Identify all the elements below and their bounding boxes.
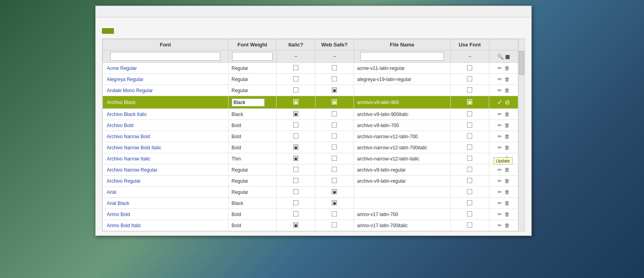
italic-checkbox[interactable] bbox=[293, 76, 298, 81]
edit-button[interactable]: ✏ bbox=[497, 200, 502, 207]
font-name-link[interactable]: Archivo Narrow Bold bbox=[107, 134, 150, 139]
scrollbar[interactable] bbox=[518, 39, 525, 231]
usefont-checkbox[interactable] bbox=[467, 222, 472, 228]
table-row[interactable]: Archivo BoldBoldarchivo-v9-latin-700 ✏ 🗑 bbox=[103, 120, 518, 131]
edit-button[interactable]: ✏ bbox=[497, 122, 502, 129]
edit-button[interactable]: ✏ bbox=[497, 144, 502, 151]
websafe-checkbox[interactable] bbox=[332, 211, 337, 216]
search-icon[interactable]: 🔍 bbox=[497, 54, 504, 60]
font-name-link[interactable]: Archivo Black bbox=[107, 100, 136, 105]
delete-button[interactable]: 🗑 bbox=[504, 200, 510, 207]
confirm-button[interactable]: ✓ bbox=[497, 98, 503, 106]
usefont-filter-icon[interactable]: − bbox=[468, 53, 471, 60]
font-name-link[interactable]: Andale Mono Regular bbox=[107, 88, 153, 93]
search-filename-input[interactable] bbox=[360, 52, 444, 61]
table-row[interactable]: Arial BlackBlack■ ✏ 🗑 bbox=[103, 198, 518, 209]
font-name-link[interactable]: Archivo Bold bbox=[107, 123, 133, 128]
filter-icon[interactable]: ▦ bbox=[505, 54, 510, 60]
delete-button[interactable]: 🗑 bbox=[504, 76, 510, 83]
delete-button[interactable]: 🗑 bbox=[504, 222, 510, 229]
edit-button[interactable]: ✏ bbox=[497, 87, 502, 94]
italic-filter-icon[interactable]: − bbox=[294, 53, 297, 60]
font-name-link[interactable]: Arial Black bbox=[107, 201, 129, 206]
italic-checkbox[interactable] bbox=[293, 200, 298, 205]
table-row[interactable]: Archivo Narrow RegularRegulararchivo-v9-… bbox=[103, 164, 518, 176]
search-font-input[interactable] bbox=[110, 52, 220, 61]
table-row[interactable]: Andale Mono RegularRegular■ ✏ 🗑 bbox=[103, 85, 518, 96]
usefont-checkbox[interactable] bbox=[467, 133, 472, 139]
table-row[interactable]: Archivo Narrow ItalicThin■archivo-narrow… bbox=[103, 153, 518, 164]
font-name-link[interactable]: Alegreya Regular bbox=[107, 77, 144, 82]
websafe-checkbox[interactable] bbox=[332, 156, 337, 161]
usefont-checkbox[interactable] bbox=[467, 111, 472, 116]
delete-button[interactable]: 🗑 bbox=[504, 122, 510, 129]
usefont-checkbox[interactable]: ■ bbox=[467, 99, 472, 104]
italic-checkbox[interactable] bbox=[293, 189, 298, 194]
font-name-link[interactable]: Archivo Narrow Regular bbox=[107, 167, 157, 173]
usefont-checkbox[interactable] bbox=[467, 200, 472, 205]
edit-button[interactable]: ✏ bbox=[497, 189, 502, 195]
usefont-checkbox[interactable] bbox=[467, 87, 472, 93]
edit-button[interactable]: ✏ bbox=[497, 211, 502, 218]
edit-button[interactable]: ✏ bbox=[497, 133, 502, 140]
usefont-checkbox[interactable] bbox=[467, 65, 472, 70]
table-row[interactable]: Alegreya RegularRegularalegreya-v19-lati… bbox=[103, 74, 518, 85]
italic-checkbox[interactable] bbox=[293, 133, 298, 139]
italic-checkbox[interactable] bbox=[293, 87, 298, 93]
font-name-link[interactable]: Arimo Bold bbox=[107, 212, 130, 217]
delete-button[interactable]: 🗑 bbox=[504, 111, 510, 118]
delete-button[interactable]: 🗑 bbox=[504, 144, 510, 151]
italic-checkbox[interactable]: ■ bbox=[293, 222, 298, 228]
usefont-checkbox[interactable] bbox=[467, 76, 472, 81]
table-row[interactable]: Acme RegularRegularacme-v11-latin-regula… bbox=[103, 63, 518, 74]
close-button[interactable] bbox=[521, 8, 527, 15]
websafe-checkbox[interactable] bbox=[332, 133, 337, 139]
font-name-link[interactable]: Archivo Narrow Bold Italic bbox=[107, 145, 161, 151]
websafe-checkbox[interactable] bbox=[332, 178, 337, 183]
italic-checkbox[interactable] bbox=[293, 65, 298, 70]
websafe-checkbox[interactable] bbox=[332, 65, 337, 70]
delete-button[interactable]: 🗑 bbox=[504, 133, 510, 140]
font-name-link[interactable]: Arimo Bold Italic bbox=[107, 223, 141, 228]
table-row[interactable]: Archivo Narrow BoldBoldarchivo-narrow-v1… bbox=[103, 131, 518, 142]
websafe-checkbox[interactable]: ■ bbox=[332, 87, 337, 93]
websafe-checkbox[interactable]: ■ bbox=[332, 99, 337, 104]
restore-button[interactable] bbox=[512, 8, 519, 15]
create-new-font-button[interactable] bbox=[102, 28, 114, 34]
font-name-link[interactable]: Archivo Regular bbox=[107, 178, 140, 184]
font-name-link[interactable]: Arial bbox=[107, 189, 116, 195]
websafe-checkbox[interactable] bbox=[332, 222, 337, 228]
usefont-checkbox[interactable] bbox=[467, 145, 472, 150]
table-row[interactable]: Archivo Black■■archivo-v9-latin-900■ ✓ ⊘ bbox=[103, 96, 518, 109]
scroll-thumb[interactable] bbox=[519, 51, 524, 75]
table-row[interactable]: Archivo Black ItalicBlack■archivo-v9-lat… bbox=[103, 109, 518, 120]
cancel-update-button[interactable]: ⊘ bbox=[504, 98, 510, 106]
table-row[interactable]: Archivo RegularRegulararchivo-v9-latin-r… bbox=[103, 176, 518, 187]
delete-button[interactable]: 🗑 bbox=[504, 178, 510, 184]
websafe-checkbox[interactable] bbox=[332, 145, 337, 150]
italic-checkbox[interactable] bbox=[293, 167, 298, 172]
italic-checkbox[interactable] bbox=[293, 122, 298, 127]
websafe-checkbox[interactable] bbox=[332, 122, 337, 127]
table-row[interactable]: Arimo BoldBoldarimo-v17-latin-700 ✏ 🗑 bbox=[103, 209, 518, 220]
table-row[interactable]: ArialRegular■ ✏ 🗑 bbox=[103, 187, 518, 198]
font-name-link[interactable]: Archivo Narrow Italic bbox=[107, 156, 150, 162]
usefont-checkbox[interactable] bbox=[467, 211, 472, 216]
italic-checkbox[interactable] bbox=[293, 211, 298, 216]
delete-button[interactable]: 🗑 bbox=[504, 189, 510, 195]
edit-button[interactable]: ✏ bbox=[497, 178, 502, 184]
font-name-link[interactable]: Archivo Black Italic bbox=[107, 112, 147, 117]
edit-button[interactable]: ✏ bbox=[497, 222, 502, 229]
search-weight-input[interactable] bbox=[232, 52, 272, 61]
font-name-link[interactable]: Acme Regular bbox=[107, 66, 137, 71]
edit-button[interactable]: ✏ bbox=[497, 166, 502, 173]
italic-checkbox[interactable]: ■ bbox=[293, 156, 298, 161]
edit-button[interactable]: ✏ bbox=[497, 65, 502, 71]
italic-checkbox[interactable]: ■ bbox=[293, 145, 298, 150]
websafe-checkbox[interactable] bbox=[332, 111, 337, 116]
italic-checkbox[interactable] bbox=[293, 178, 298, 183]
usefont-checkbox[interactable] bbox=[467, 167, 472, 172]
delete-button[interactable]: 🗑 bbox=[504, 87, 510, 94]
usefont-checkbox[interactable] bbox=[467, 122, 472, 127]
websafe-checkbox[interactable]: ■ bbox=[332, 189, 337, 194]
